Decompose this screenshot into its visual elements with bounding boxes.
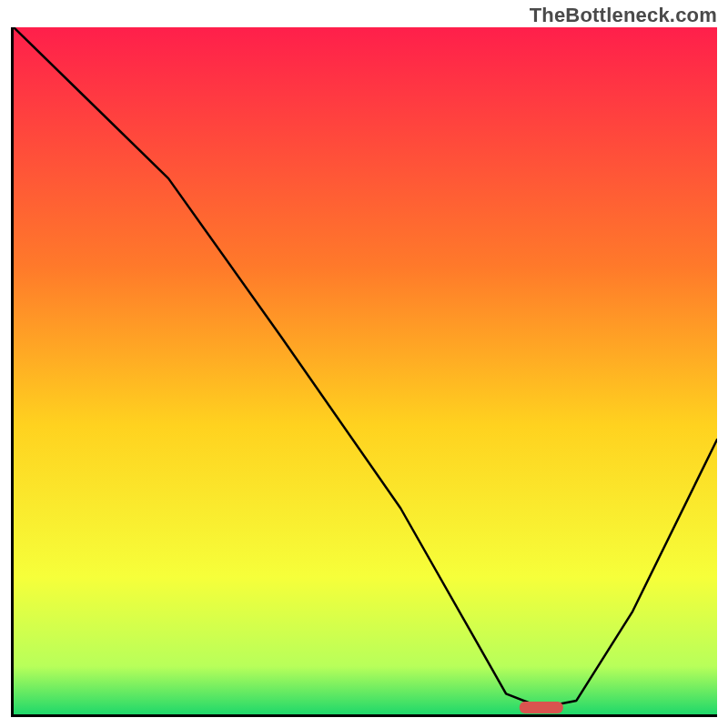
watermark-text: TheBottleneck.com xyxy=(530,4,717,27)
chart-frame: TheBottleneck.com xyxy=(0,0,728,728)
optimum-marker xyxy=(520,702,563,713)
curve-layer xyxy=(14,27,717,714)
bottleneck-curve xyxy=(14,27,717,708)
plot-area xyxy=(11,27,717,717)
